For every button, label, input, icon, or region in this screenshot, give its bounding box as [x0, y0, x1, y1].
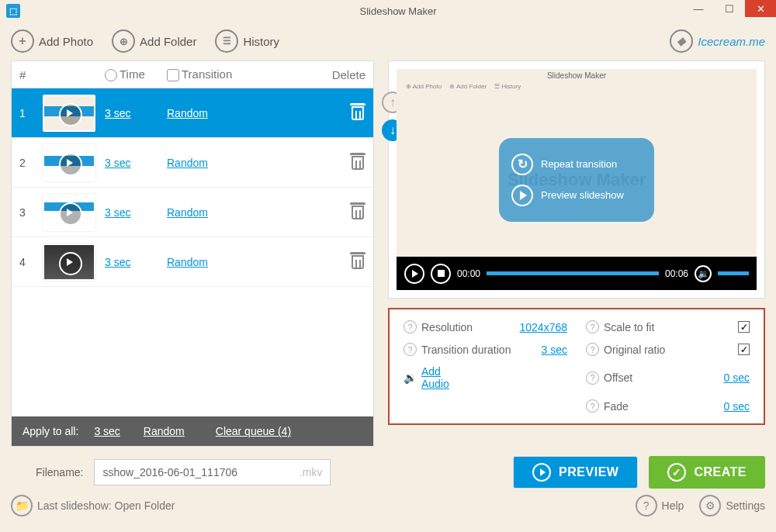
time-link[interactable]: 3 sec [105, 206, 130, 219]
clear-queue-link[interactable]: Clear queue (4) [216, 425, 291, 437]
add-photo-button[interactable]: + Add Photo [11, 29, 93, 53]
settings-button[interactable]: ⚙ Settings [699, 495, 765, 516]
folder-icon: 📁 [11, 495, 33, 516]
time-link[interactable]: 3 sec [105, 157, 130, 169]
table-row[interactable]: 3 3 sec Random [12, 188, 373, 237]
gear-icon: ⚙ [699, 495, 721, 516]
time-link[interactable]: 3 sec [105, 256, 130, 268]
preview-popup: Repeat transition Preview slideshow [499, 138, 654, 222]
icecream-icon: ◆ [670, 29, 693, 53]
add-audio-link[interactable]: Add Audio [421, 365, 449, 390]
transition-icon [167, 69, 179, 81]
brand-link[interactable]: ◆ Icecream.me [670, 29, 765, 53]
help-icon[interactable]: ? [586, 343, 599, 356]
volume-slider[interactable] [718, 271, 749, 275]
plus-icon: + [11, 29, 34, 53]
help-icon: ? [636, 495, 657, 516]
progress-bar[interactable] [487, 271, 659, 275]
help-icon[interactable]: ? [586, 371, 599, 385]
transition-link[interactable]: Random [167, 107, 208, 119]
repeat-icon [511, 154, 533, 175]
help-icon[interactable]: ? [586, 399, 599, 413]
clock-icon [105, 69, 117, 81]
check-icon [667, 463, 686, 482]
table-row[interactable]: 4 3 sec Random [12, 237, 373, 287]
apply-all-time[interactable]: 3 sec [94, 425, 120, 437]
help-icon[interactable]: ? [404, 343, 417, 356]
settings-panel: ? Resolution 1024x768 ? Scale to fit ? T… [388, 308, 765, 425]
help-button[interactable]: ? Help [636, 495, 684, 516]
scale-to-fit-checkbox[interactable] [738, 321, 750, 333]
open-folder-link[interactable]: 📁 Last slideshow: Open Folder [11, 495, 175, 516]
history-button[interactable]: ☰ History [215, 29, 279, 53]
minimize-button[interactable]: — [683, 0, 714, 17]
delete-icon[interactable] [350, 252, 365, 269]
apply-to-all-bar: Apply to all: 3 sec Random Clear queue (… [12, 416, 373, 446]
help-icon[interactable]: ? [586, 320, 599, 333]
player-play-button[interactable] [404, 264, 424, 284]
preview-panel: Slideshow Maker ⊕ Add Photo⊕ Add Folder☰… [388, 60, 765, 299]
offset-value[interactable]: 0 sec [724, 371, 750, 384]
repeat-transition-button[interactable]: Repeat transition [511, 149, 642, 180]
preview-slideshow-button[interactable]: Preview slideshow [511, 180, 642, 211]
mute-button[interactable]: 🔉 [695, 265, 712, 282]
window-title: Slideshow Maker [20, 5, 776, 17]
create-button[interactable]: CREATE [649, 456, 765, 489]
transition-duration-value[interactable]: 3 sec [542, 344, 567, 356]
slide-thumbnail[interactable] [43, 95, 95, 132]
filename-input[interactable]: sshow_2016-06-01_111706 .mkv [94, 459, 331, 485]
app-icon: ⬚ [6, 4, 20, 18]
list-icon: ☰ [215, 29, 238, 53]
slide-thumbnail[interactable] [43, 244, 95, 281]
speaker-icon: 🔉 [404, 371, 417, 385]
maximize-button[interactable]: ☐ [714, 0, 745, 17]
resolution-value[interactable]: 1024x768 [519, 321, 567, 333]
preview-button[interactable]: PREVIEW [513, 456, 638, 489]
slide-thumbnail[interactable] [43, 194, 95, 231]
delete-icon[interactable] [350, 202, 365, 219]
transition-link[interactable]: Random [167, 256, 208, 268]
folder-plus-icon: ⊕ [112, 29, 135, 53]
original-ratio-checkbox[interactable] [738, 344, 750, 355]
time-link[interactable]: 3 sec [105, 107, 130, 119]
help-icon[interactable]: ? [404, 320, 417, 333]
fade-value[interactable]: 0 sec [724, 400, 750, 413]
play-icon [532, 463, 551, 482]
header-num: # [19, 68, 43, 81]
player-stop-button[interactable] [431, 264, 451, 284]
transition-link[interactable]: Random [167, 206, 208, 219]
filename-label: Filename: [36, 466, 83, 478]
table-row[interactable]: 1 3 sec Random [12, 88, 373, 138]
slide-thumbnail[interactable] [43, 144, 95, 181]
table-row[interactable]: 2 3 sec Random [12, 138, 373, 188]
slides-table-header: # Time Transition Delete [12, 61, 373, 88]
add-folder-button[interactable]: ⊕ Add Folder [112, 29, 196, 53]
delete-icon[interactable] [350, 103, 365, 120]
play-icon [511, 185, 533, 206]
time-total: 00:06 [665, 268, 688, 279]
time-elapsed: 00:00 [457, 268, 480, 279]
transition-link[interactable]: Random [167, 157, 208, 169]
delete-icon[interactable] [350, 153, 365, 170]
close-button[interactable]: ✕ [745, 0, 776, 17]
apply-all-transition[interactable]: Random [144, 425, 185, 437]
